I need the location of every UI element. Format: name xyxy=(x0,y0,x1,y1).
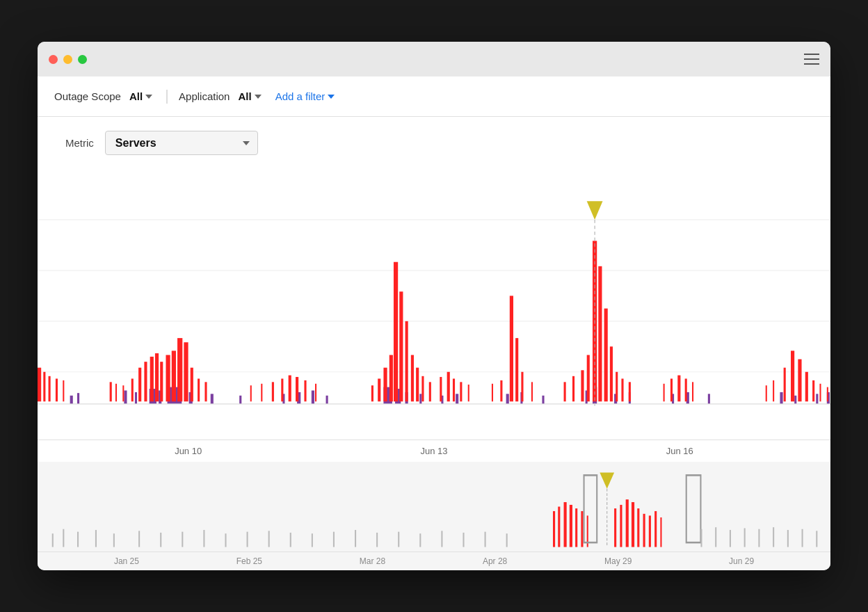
svg-rect-108 xyxy=(784,368,786,402)
application-chevron-icon xyxy=(255,95,262,99)
svg-rect-54 xyxy=(172,351,176,401)
svg-rect-86 xyxy=(510,296,513,401)
svg-rect-42 xyxy=(56,378,58,401)
close-button[interactable] xyxy=(49,55,58,64)
svg-rect-76 xyxy=(416,368,419,402)
application-value: All xyxy=(238,90,251,102)
add-filter-button[interactable]: Add a filter xyxy=(275,90,335,102)
svg-rect-55 xyxy=(177,338,182,401)
overview-container[interactable] xyxy=(38,462,830,552)
add-filter-label: Add a filter xyxy=(275,90,326,102)
svg-rect-143 xyxy=(558,507,560,547)
svg-rect-130 xyxy=(268,531,270,547)
svg-rect-51 xyxy=(155,353,159,401)
svg-rect-8 xyxy=(135,392,137,404)
overview-chart-svg xyxy=(38,462,830,551)
svg-rect-91 xyxy=(572,376,574,401)
svg-rect-129 xyxy=(247,532,248,547)
outage-scope-button[interactable]: All xyxy=(127,89,155,104)
date-label-jun10: Jun 10 xyxy=(175,446,202,456)
svg-rect-98 xyxy=(616,372,618,402)
svg-rect-90 xyxy=(564,382,566,401)
svg-rect-107 xyxy=(773,380,774,401)
svg-rect-110 xyxy=(798,360,801,402)
svg-rect-17 xyxy=(312,390,314,403)
minimize-button[interactable] xyxy=(63,55,72,64)
svg-rect-80 xyxy=(447,372,450,402)
svg-rect-137 xyxy=(419,533,421,547)
svg-rect-56 xyxy=(184,342,188,401)
svg-rect-14 xyxy=(239,396,241,404)
date-label-may29: May 29 xyxy=(604,556,632,566)
svg-rect-58 xyxy=(198,378,200,401)
svg-rect-69 xyxy=(378,378,380,401)
svg-rect-134 xyxy=(355,530,356,547)
svg-rect-70 xyxy=(383,368,387,402)
svg-rect-153 xyxy=(614,508,616,547)
svg-rect-27 xyxy=(542,396,544,404)
svg-rect-53 xyxy=(166,355,170,401)
svg-rect-62 xyxy=(272,382,274,401)
svg-rect-170 xyxy=(816,531,817,547)
svg-rect-125 xyxy=(160,533,161,547)
svg-rect-60 xyxy=(250,385,252,401)
main-chart-container[interactable] xyxy=(38,169,830,440)
svg-rect-103 xyxy=(677,376,680,402)
svg-rect-146 xyxy=(575,508,577,547)
svg-rect-35 xyxy=(780,392,782,404)
svg-rect-57 xyxy=(191,368,193,402)
svg-rect-45 xyxy=(115,384,117,402)
svg-rect-104 xyxy=(685,378,687,401)
content-area: Outage Scope All Application All Add a f… xyxy=(38,76,830,570)
svg-rect-122 xyxy=(95,530,97,547)
svg-rect-75 xyxy=(411,355,414,401)
svg-rect-66 xyxy=(304,380,306,401)
svg-rect-47 xyxy=(131,378,134,401)
svg-rect-79 xyxy=(440,377,442,401)
svg-rect-74 xyxy=(405,321,408,401)
titlebar xyxy=(38,42,830,76)
application-button[interactable]: All xyxy=(235,89,264,104)
svg-rect-61 xyxy=(261,384,262,402)
metric-dropdown[interactable]: Servers CPU Memory Network Errors xyxy=(105,131,258,155)
svg-rect-73 xyxy=(399,291,403,401)
svg-rect-13 xyxy=(211,394,214,404)
svg-rect-112 xyxy=(812,380,814,401)
outage-scope-label: Outage Scope xyxy=(54,90,121,102)
date-label-jan25: Jan 25 xyxy=(114,556,139,566)
svg-rect-105 xyxy=(692,382,693,401)
svg-rect-145 xyxy=(570,505,572,547)
svg-rect-168 xyxy=(787,530,789,547)
svg-rect-5 xyxy=(70,396,73,404)
svg-rect-126 xyxy=(182,532,183,547)
svg-rect-59 xyxy=(204,382,207,401)
svg-rect-68 xyxy=(371,385,373,401)
svg-rect-127 xyxy=(203,530,204,547)
svg-rect-24 xyxy=(456,394,458,404)
main-date-axis: Jun 10 Jun 13 Jun 16 xyxy=(38,440,830,462)
svg-rect-72 xyxy=(394,262,398,402)
maximize-button[interactable] xyxy=(78,55,87,64)
svg-rect-138 xyxy=(441,531,442,547)
svg-rect-163 xyxy=(715,527,716,547)
date-label-apr28: Apr 28 xyxy=(483,556,507,566)
svg-rect-114 xyxy=(827,387,828,402)
metric-selector: Metric Servers CPU Memory Network Errors xyxy=(38,117,830,169)
menu-button[interactable] xyxy=(804,54,819,65)
svg-rect-82 xyxy=(460,382,462,401)
svg-rect-158 xyxy=(643,514,645,547)
traffic-lights xyxy=(49,55,87,64)
svg-rect-161 xyxy=(660,517,661,547)
svg-rect-40 xyxy=(43,372,45,402)
svg-rect-159 xyxy=(649,515,651,547)
svg-rect-87 xyxy=(515,338,518,401)
svg-rect-44 xyxy=(110,382,112,401)
svg-rect-154 xyxy=(620,505,622,547)
svg-rect-135 xyxy=(376,533,378,547)
date-label-jun13: Jun 13 xyxy=(420,446,447,456)
svg-rect-147 xyxy=(581,511,583,547)
svg-rect-77 xyxy=(421,376,424,401)
svg-rect-49 xyxy=(144,362,147,401)
svg-rect-142 xyxy=(553,511,555,547)
svg-rect-85 xyxy=(500,380,502,401)
